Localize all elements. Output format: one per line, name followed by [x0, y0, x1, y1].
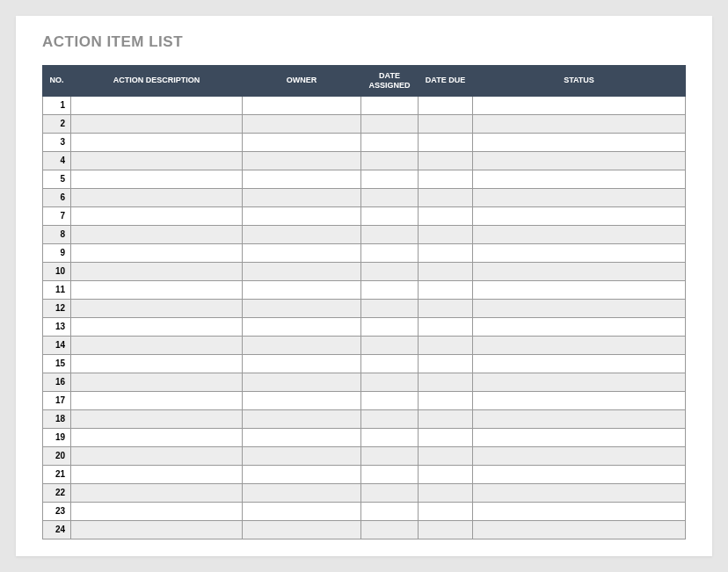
cell-date-due[interactable] — [419, 483, 473, 502]
cell-date-due[interactable] — [419, 280, 473, 299]
cell-date-due[interactable] — [419, 391, 473, 409]
cell-status[interactable] — [473, 188, 686, 206]
cell-owner[interactable] — [243, 133, 361, 151]
cell-description[interactable] — [71, 428, 243, 446]
cell-no[interactable]: 2 — [43, 114, 71, 133]
cell-date-due[interactable] — [419, 96, 473, 114]
cell-no[interactable]: 24 — [43, 520, 71, 539]
cell-date-due[interactable] — [419, 354, 473, 373]
cell-status[interactable] — [473, 225, 686, 243]
cell-owner[interactable] — [243, 262, 361, 280]
cell-no[interactable]: 16 — [43, 373, 71, 391]
cell-date-due[interactable] — [419, 502, 473, 520]
cell-no[interactable]: 11 — [43, 280, 71, 299]
cell-date-due[interactable] — [419, 170, 473, 188]
cell-description[interactable] — [71, 391, 243, 409]
cell-description[interactable] — [71, 373, 243, 391]
cell-description[interactable] — [71, 188, 243, 206]
cell-no[interactable]: 15 — [43, 354, 71, 373]
cell-status[interactable] — [473, 280, 686, 299]
cell-no[interactable]: 13 — [43, 317, 71, 336]
cell-description[interactable] — [71, 465, 243, 483]
cell-status[interactable] — [473, 114, 686, 133]
cell-owner[interactable] — [243, 391, 361, 409]
cell-no[interactable]: 3 — [43, 133, 71, 151]
cell-description[interactable] — [71, 502, 243, 520]
cell-no[interactable]: 18 — [43, 409, 71, 428]
cell-no[interactable]: 8 — [43, 225, 71, 243]
cell-owner[interactable] — [243, 96, 361, 114]
cell-date-assigned[interactable] — [361, 354, 419, 373]
cell-status[interactable] — [473, 446, 686, 465]
cell-no[interactable]: 6 — [43, 188, 71, 206]
cell-owner[interactable] — [243, 206, 361, 225]
cell-description[interactable] — [71, 336, 243, 354]
cell-date-assigned[interactable] — [361, 465, 419, 483]
cell-description[interactable] — [71, 225, 243, 243]
cell-status[interactable] — [473, 317, 686, 336]
cell-date-due[interactable] — [419, 373, 473, 391]
cell-date-assigned[interactable] — [361, 391, 419, 409]
cell-date-due[interactable] — [419, 133, 473, 151]
cell-description[interactable] — [71, 206, 243, 225]
cell-owner[interactable] — [243, 170, 361, 188]
cell-date-assigned[interactable] — [361, 428, 419, 446]
cell-status[interactable] — [473, 502, 686, 520]
cell-date-assigned[interactable] — [361, 243, 419, 262]
cell-status[interactable] — [473, 151, 686, 170]
cell-date-due[interactable] — [419, 151, 473, 170]
cell-no[interactable]: 1 — [43, 96, 71, 114]
cell-description[interactable] — [71, 133, 243, 151]
cell-date-assigned[interactable] — [361, 483, 419, 502]
cell-owner[interactable] — [243, 188, 361, 206]
cell-date-due[interactable] — [419, 299, 473, 317]
cell-no[interactable]: 22 — [43, 483, 71, 502]
cell-description[interactable] — [71, 520, 243, 539]
cell-date-due[interactable] — [419, 317, 473, 336]
cell-date-assigned[interactable] — [361, 317, 419, 336]
cell-owner[interactable] — [243, 299, 361, 317]
cell-description[interactable] — [71, 446, 243, 465]
cell-description[interactable] — [71, 114, 243, 133]
cell-date-due[interactable] — [419, 188, 473, 206]
cell-date-assigned[interactable] — [361, 409, 419, 428]
cell-status[interactable] — [473, 262, 686, 280]
cell-no[interactable]: 19 — [43, 428, 71, 446]
cell-owner[interactable] — [243, 428, 361, 446]
cell-owner[interactable] — [243, 317, 361, 336]
cell-status[interactable] — [473, 483, 686, 502]
cell-date-due[interactable] — [419, 243, 473, 262]
cell-date-assigned[interactable] — [361, 96, 419, 114]
cell-status[interactable] — [473, 520, 686, 539]
cell-date-assigned[interactable] — [361, 262, 419, 280]
cell-date-due[interactable] — [419, 409, 473, 428]
cell-owner[interactable] — [243, 520, 361, 539]
cell-owner[interactable] — [243, 465, 361, 483]
cell-owner[interactable] — [243, 446, 361, 465]
cell-owner[interactable] — [243, 225, 361, 243]
cell-owner[interactable] — [243, 483, 361, 502]
cell-status[interactable] — [473, 243, 686, 262]
cell-date-assigned[interactable] — [361, 446, 419, 465]
cell-status[interactable] — [473, 133, 686, 151]
cell-no[interactable]: 20 — [43, 446, 71, 465]
cell-date-due[interactable] — [419, 428, 473, 446]
cell-date-assigned[interactable] — [361, 114, 419, 133]
cell-description[interactable] — [71, 243, 243, 262]
cell-owner[interactable] — [243, 280, 361, 299]
cell-owner[interactable] — [243, 114, 361, 133]
cell-status[interactable] — [473, 299, 686, 317]
cell-date-assigned[interactable] — [361, 520, 419, 539]
cell-description[interactable] — [71, 354, 243, 373]
cell-owner[interactable] — [243, 151, 361, 170]
cell-date-due[interactable] — [419, 262, 473, 280]
cell-description[interactable] — [71, 409, 243, 428]
cell-date-assigned[interactable] — [361, 151, 419, 170]
cell-status[interactable] — [473, 465, 686, 483]
cell-date-due[interactable] — [419, 336, 473, 354]
cell-owner[interactable] — [243, 243, 361, 262]
cell-status[interactable] — [473, 170, 686, 188]
cell-date-assigned[interactable] — [361, 170, 419, 188]
cell-no[interactable]: 23 — [43, 502, 71, 520]
cell-description[interactable] — [71, 170, 243, 188]
